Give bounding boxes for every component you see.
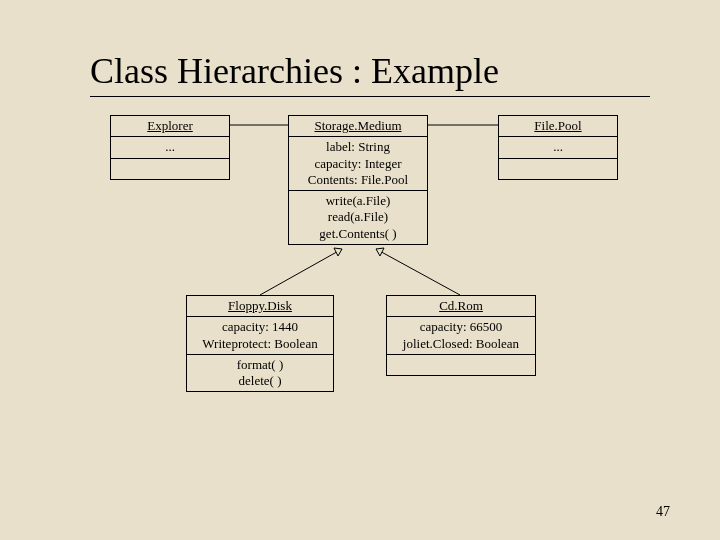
svg-line-2: [260, 249, 342, 295]
class-file-pool-ops: [499, 158, 617, 179]
class-cd-rom-attrs: capacity: 66500 joliet.Closed: Boolean: [387, 316, 535, 354]
class-floppy-disk-ops: format( ) delete( ): [187, 354, 333, 392]
class-floppy-disk: Floppy.Disk capacity: 1440 Writeprotect:…: [186, 295, 334, 392]
svg-marker-5: [376, 248, 384, 256]
class-storage-medium-ops: write(a.File) read(a.File) get.Contents(…: [289, 190, 427, 244]
class-explorer-name: Explorer: [147, 118, 192, 133]
class-file-pool-name: File.Pool: [534, 118, 581, 133]
class-explorer-attrs: ...: [111, 136, 229, 157]
class-file-pool-attrs: ...: [499, 136, 617, 157]
svg-marker-3: [334, 248, 342, 256]
class-cd-rom-name: Cd.Rom: [439, 298, 483, 313]
class-explorer: Explorer ...: [110, 115, 230, 180]
class-file-pool: File.Pool ...: [498, 115, 618, 180]
svg-line-4: [376, 249, 460, 295]
slide-number: 47: [656, 504, 670, 520]
class-floppy-disk-attrs: capacity: 1440 Writeprotect: Boolean: [187, 316, 333, 354]
class-explorer-ops: [111, 158, 229, 179]
class-storage-medium-name: Storage.Medium: [314, 118, 401, 133]
class-storage-medium: Storage.Medium label: String capacity: I…: [288, 115, 428, 245]
class-storage-medium-attrs: label: String capacity: Integer Contents…: [289, 136, 427, 190]
class-cd-rom: Cd.Rom capacity: 66500 joliet.Closed: Bo…: [386, 295, 536, 376]
uml-diagram: Explorer ... Storage.Medium label: Strin…: [90, 115, 650, 475]
class-floppy-disk-name: Floppy.Disk: [228, 298, 292, 313]
class-cd-rom-ops: [387, 354, 535, 375]
slide-title: Class Hierarchies : Example: [90, 50, 650, 97]
